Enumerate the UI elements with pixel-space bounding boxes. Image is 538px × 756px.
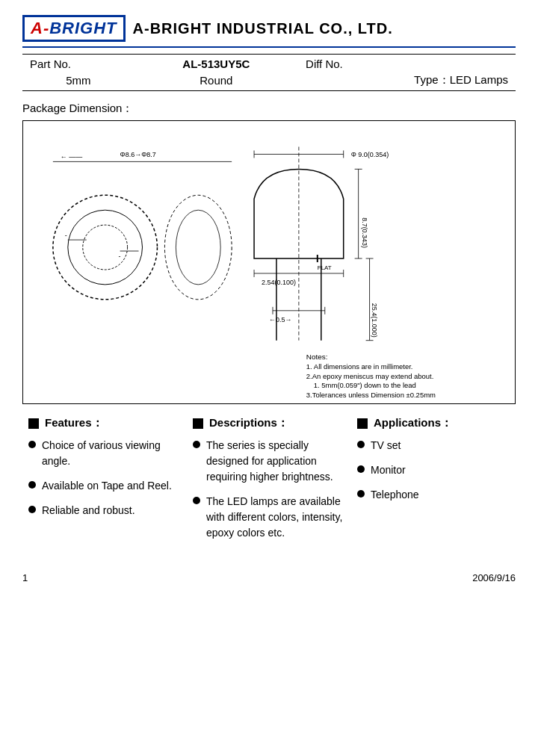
svg-text:←0.5→: ←0.5→ — [269, 316, 291, 323]
svg-text:3.Tolerances unless Dimension : 3.Tolerances unless Dimension ±0.25mm — [306, 391, 436, 399]
dimension-diagram-box: - - ← —— Φ8.6→Φ8.7 Φ 9.0(0.354) — [22, 120, 516, 404]
svg-text:-: - — [65, 232, 67, 239]
feature-item-3: Reliable and robust. — [28, 503, 181, 518]
features-header: Features： — [28, 416, 181, 430]
footer-page: 1 — [22, 572, 28, 583]
bullet-icon — [193, 497, 200, 504]
feature-text-1: Choice of various viewing angle. — [42, 438, 181, 469]
descriptions-header-label: Descriptions： — [209, 416, 288, 430]
shape-label: Round — [134, 72, 298, 91]
features-column: Features： Choice of various viewing angl… — [22, 416, 187, 550]
part-no-value: AL-513UY5C — [134, 55, 298, 72]
part-info-table: Part No. AL-513UY5C Diff No. 5mm Round T… — [22, 54, 516, 91]
descriptions-header-icon — [193, 418, 203, 429]
svg-text:Notes:: Notes: — [306, 353, 328, 361]
svg-text:1. All dimensions are in milli: 1. All dimensions are in millimeter. — [306, 362, 413, 371]
type-label: Type：LED Lamps — [298, 72, 516, 91]
applications-column: Applications： TV set Monitor Telephone — [351, 416, 516, 550]
diff-label: Diff No. — [298, 55, 516, 72]
bullet-icon — [193, 441, 200, 448]
size-label: 5mm — [22, 72, 134, 91]
svg-text:← ——: ← —— — [61, 153, 82, 161]
header-divider — [22, 46, 516, 48]
svg-point-2 — [83, 225, 128, 270]
svg-text:1. 5mm(0.059") down to the lea: 1. 5mm(0.059") down to the lead — [314, 381, 416, 389]
application-item-3: Telephone — [357, 487, 510, 503]
bullet-icon — [357, 465, 365, 473]
applications-header: Applications： — [357, 416, 510, 430]
package-title: Package Dimension： — [22, 102, 516, 116]
feature-text-2: Available on Tape and Reel. — [42, 478, 181, 494]
features-header-icon — [28, 418, 39, 429]
features-header-label: Features： — [45, 416, 103, 430]
svg-text:FLAT: FLAT — [318, 264, 332, 271]
bullet-icon — [28, 441, 36, 448]
dimension-svg: - - ← —— Φ8.6→Φ8.7 Φ 9.0(0.354) — [23, 121, 515, 403]
applications-header-label: Applications： — [374, 416, 452, 430]
descriptions-header: Descriptions： — [193, 416, 345, 430]
info-columns: Features： Choice of various viewing angl… — [22, 416, 516, 550]
bullet-icon — [357, 441, 365, 448]
svg-point-8 — [176, 210, 220, 285]
application-item-2: Monitor — [357, 462, 510, 478]
descriptions-column: Descriptions： The series is specially de… — [187, 416, 351, 550]
applications-header-icon — [357, 418, 368, 429]
svg-text:Φ 9.0(0.354): Φ 9.0(0.354) — [351, 151, 389, 158]
application-text-1: TV set — [371, 438, 510, 453]
svg-text:-: - — [119, 252, 121, 260]
company-logo: A-BRIGHT — [22, 15, 126, 42]
description-text-1: The series is specially designed for app… — [206, 438, 345, 485]
bullet-icon — [28, 481, 36, 489]
svg-text:25.4(1.000): 25.4(1.000) — [371, 303, 378, 338]
description-text-2: The LED lamps are available with differe… — [206, 494, 345, 541]
description-item-2: The LED lamps are available with differe… — [193, 494, 345, 541]
diagram-area: - - ← —— Φ8.6→Φ8.7 Φ 9.0(0.354) — [23, 121, 515, 403]
svg-text:2.54(0.100): 2.54(0.100) — [262, 279, 296, 286]
page-footer: 1 2006/9/16 — [22, 572, 516, 583]
feature-item-1: Choice of various viewing angle. — [28, 438, 181, 469]
feature-item-2: Available on Tape and Reel. — [28, 478, 181, 494]
application-text-2: Monitor — [371, 462, 510, 478]
bullet-icon — [28, 506, 36, 513]
company-name: A-BRIGHT INDUSTRIAL CO., LTD. — [133, 20, 393, 37]
svg-point-7 — [164, 195, 232, 300]
svg-point-1 — [68, 210, 143, 285]
application-text-3: Telephone — [371, 487, 510, 503]
svg-text:8.7(0.343): 8.7(0.343) — [361, 217, 368, 248]
part-no-label: Part No. — [22, 55, 134, 72]
svg-text:2.An epoxy meniscus may extend: 2.An epoxy meniscus may extend about. — [306, 372, 434, 380]
company-header: A-BRIGHT A-BRIGHT INDUSTRIAL CO., LTD. — [22, 15, 516, 42]
svg-text:Φ8.6→Φ8.7: Φ8.6→Φ8.7 — [120, 151, 156, 158]
footer-date: 2006/9/16 — [472, 572, 516, 583]
svg-point-0 — [53, 195, 158, 300]
application-item-1: TV set — [357, 438, 510, 453]
feature-text-3: Reliable and robust. — [42, 503, 181, 518]
description-item-1: The series is specially designed for app… — [193, 438, 345, 485]
bullet-icon — [357, 490, 365, 498]
